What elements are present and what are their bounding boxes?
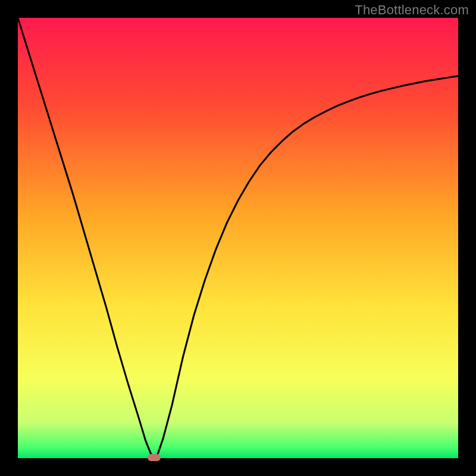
plot-area [18,18,458,458]
gradient-background [18,18,458,458]
watermark-text: TheBottleneck.com [355,2,469,18]
minimum-marker [148,454,161,461]
chart-svg [18,18,458,458]
chart-frame: TheBottleneck.com [0,0,476,476]
